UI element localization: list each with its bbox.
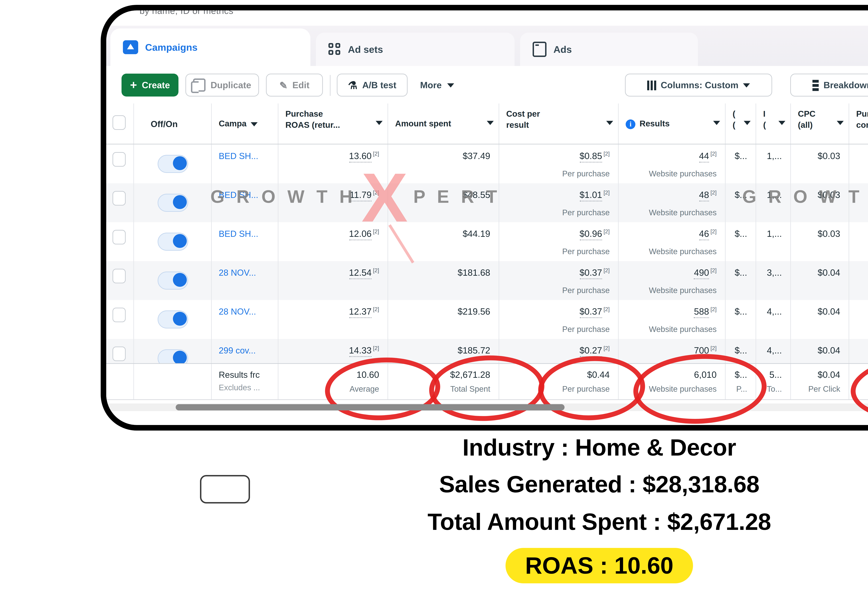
caption-industry: Industry : Home & Decor	[0, 434, 868, 461]
cell-value: 48[2]	[699, 190, 717, 200]
more-button[interactable]: More	[420, 74, 454, 97]
toggle-knob	[173, 351, 187, 365]
edit-button-label: Edit	[292, 80, 309, 90]
cell-value: $37.49	[463, 151, 490, 161]
campaign-toggle[interactable]	[158, 155, 188, 173]
campaign-name-link[interactable]: 28 NOV...	[219, 268, 256, 278]
tab-ads-label: Ads	[553, 44, 572, 55]
create-button[interactable]: + Create	[121, 74, 179, 97]
cell-value: $0.85[2]	[579, 151, 610, 161]
cell-value: 12.54[2]	[349, 268, 379, 278]
campaign-name-link[interactable]: BED SH...	[219, 229, 258, 239]
summary-label: Results frc	[219, 370, 260, 380]
cell-sublabel: Per purchase	[562, 170, 610, 178]
cell-sublabel: Per purchase	[562, 208, 610, 217]
breakdown-icon	[812, 80, 819, 91]
breakdown-button-label: Breakdown	[824, 80, 868, 90]
columns-button-label: Columns: Custom	[661, 80, 738, 90]
column-header-campaign[interactable]: Campa	[212, 103, 279, 144]
cell-value: 4,...	[767, 345, 782, 356]
tab-ads[interactable]: Ads	[520, 33, 698, 66]
roas-badge: ROAS : 10.60	[506, 548, 693, 583]
duplicate-button[interactable]: Duplicate	[185, 74, 259, 97]
cell-value: 14.33[2]	[349, 345, 379, 356]
horizontal-scrollbar-thumb[interactable]	[176, 404, 565, 411]
cell-value: $181.68	[457, 267, 490, 278]
cell-value: $0.03	[818, 151, 840, 161]
summary-sublabel: Excludes ...	[219, 383, 260, 392]
cell-value: $219.56	[457, 306, 490, 317]
campaign-toggle[interactable]	[158, 311, 188, 329]
summary-value-label: Per Click	[808, 385, 840, 393]
more-button-label: More	[420, 80, 442, 90]
table-row: 28 NOV... 12.37[2] $219.56 $0.37[2]Per p…	[106, 300, 868, 339]
column-header-cpc-all[interactable]: CPC (all)	[791, 103, 849, 144]
tab-bar: Campaigns Ad sets Ads	[106, 26, 868, 66]
growthxpert-watermark: G R O W T H X P E R T	[742, 186, 868, 208]
ab-test-button[interactable]: ⚗ A/B test	[337, 74, 407, 97]
chevron-down-icon	[743, 83, 750, 87]
column-header-purchase-roas[interactable]: Purchase ROAS (retur...	[279, 103, 388, 144]
cell-value: $44.19	[463, 229, 490, 239]
summary-value: $0.04	[818, 370, 840, 380]
tab-ad-sets[interactable]: Ad sets	[316, 33, 515, 66]
row-checkbox[interactable]	[112, 347, 126, 361]
column-header-results[interactable]: i Results	[619, 103, 726, 144]
ads-page-icon	[533, 42, 547, 57]
sort-caret-icon	[744, 121, 751, 125]
ad-sets-grid-icon	[329, 43, 341, 56]
campaign-name-link[interactable]: 28 NOV...	[219, 307, 256, 317]
cell-sublabel: Website purchases	[649, 208, 717, 217]
cell-value: 44[2]	[699, 151, 717, 161]
column-header-truncated-a[interactable]: ( (	[726, 103, 756, 144]
campaigns-folder-icon	[123, 40, 138, 54]
cell-sublabel: Website purchases	[649, 247, 717, 256]
cell-value: $0.04	[818, 267, 840, 278]
sort-caret-icon	[487, 121, 494, 125]
table-row: BED SH... 13.60[2] $37.49 $0.85[2]Per pu…	[106, 144, 868, 183]
columns-button[interactable]: Columns: Custom	[625, 74, 772, 97]
columns-icon	[647, 80, 656, 90]
column-header-amount-spent[interactable]: Amount spent	[388, 103, 499, 144]
sort-caret-icon	[251, 122, 258, 126]
column-header-cost-per-result[interactable]: Cost per result	[499, 103, 619, 144]
row-checkbox[interactable]	[112, 152, 126, 167]
select-all-checkbox[interactable]	[112, 115, 126, 130]
row-checkbox[interactable]	[112, 191, 126, 206]
flask-icon: ⚗	[348, 79, 358, 91]
campaign-toggle[interactable]	[158, 233, 188, 251]
cell-value: $0.04	[818, 345, 840, 356]
campaign-toggle[interactable]	[158, 194, 188, 212]
cell-value: $185.72	[457, 345, 490, 356]
cell-value: $0.96[2]	[579, 229, 610, 239]
ab-test-button-label: A/B test	[362, 80, 397, 90]
cell-sublabel: Website purchases	[649, 286, 717, 294]
row-checkbox[interactable]	[112, 230, 126, 244]
cell-value: $0.37[2]	[579, 306, 610, 317]
cell-sublabel: Per purchase	[562, 247, 610, 256]
cell-value: 46[2]	[699, 229, 717, 239]
breakdown-button[interactable]: Breakdown	[790, 74, 868, 97]
row-checkbox[interactable]	[112, 269, 126, 283]
search-input[interactable]: by name, ID or metrics	[139, 11, 233, 20]
tab-campaigns[interactable]: Campaigns	[111, 29, 311, 66]
edit-button[interactable]: ✎ Edit	[266, 74, 323, 97]
cell-sublabel: Website purchases	[649, 325, 717, 333]
page: by name, ID or metrics Campaigns Ad sets…	[0, 0, 868, 600]
cell-value: 3,...	[767, 267, 782, 278]
caption-total-amount-spent: Total Amount Spent : $2,671.28	[0, 508, 868, 535]
caption-roas-row: ROAS : 10.60	[0, 548, 868, 583]
cell-value: 12.37[2]	[349, 306, 379, 317]
campaign-name-link[interactable]: BED SH...	[219, 152, 258, 161]
toggle-knob	[173, 234, 187, 248]
cell-value: 4,...	[767, 306, 782, 317]
column-header-truncated-b[interactable]: I (	[756, 103, 791, 144]
campaign-name-link[interactable]: 299 cov...	[219, 346, 256, 356]
sort-caret-icon	[779, 121, 785, 125]
campaign-toggle[interactable]	[158, 271, 188, 289]
column-header-purchases-conversion[interactable]: Purchases conversion...	[849, 103, 868, 144]
toggle-knob	[173, 195, 187, 209]
cell-value: 588[2]	[694, 306, 717, 317]
row-checkbox[interactable]	[112, 308, 126, 322]
cell-value: 1,...	[767, 229, 782, 239]
